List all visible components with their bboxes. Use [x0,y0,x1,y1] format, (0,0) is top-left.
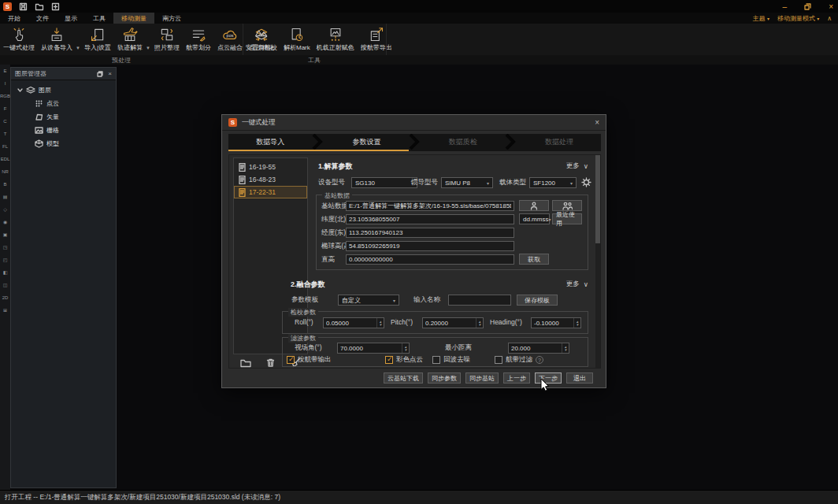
checkbox-strip-filter[interactable]: 航带过滤? [495,355,543,365]
checkbox-icon[interactable] [385,356,393,364]
c-display-icon[interactable]: C [3,118,6,124]
spinner-arrows-icon[interactable]: ▴▾ [562,343,569,353]
checkbox-icon[interactable] [495,356,502,364]
layer-item-pointcloud[interactable]: 点云 [11,97,116,110]
nr-display-icon[interactable]: NR [2,169,9,175]
close-button[interactable]: × [829,2,833,11]
flight-item[interactable]: 16-19-55 [234,161,307,173]
open-folder-icon[interactable] [240,358,251,368]
dropdown-arrow-icon[interactable]: ▼ [76,24,81,55]
open-folder-icon[interactable] [35,2,44,11]
cube-left-view-icon[interactable]: ◰ [3,257,8,263]
dialog-titlebar[interactable]: S 一键式处理 × [222,115,606,131]
e-display-icon[interactable]: E [3,68,6,74]
pointcloud-fusion-button[interactable]: pos 点云融合 [214,24,246,55]
i-display-icon[interactable]: I [5,80,6,87]
parse-mark-button[interactable]: 解析Mark [280,24,313,55]
imu-model-select[interactable]: SIMU P8▾ [441,177,493,188]
checkbox-output-by-strip[interactable]: 按航带输出 [287,355,332,365]
device-import-button[interactable]: 从设备导入 [38,24,76,55]
pitch-spinner[interactable]: ▴▾ [422,317,484,328]
device-model-select[interactable]: SG130▾ [351,177,417,188]
cube-top-view-icon[interactable]: ◳ [3,244,8,250]
exit-button[interactable]: 退出 [566,372,593,384]
gear-icon[interactable] [581,177,591,187]
dialog-close-button[interactable]: × [595,118,599,127]
checkbox-icon[interactable] [287,356,295,364]
ellipsoid-height-input[interactable] [346,241,514,251]
tab-data-process[interactable]: 数据处理 [517,134,601,151]
airborne-ortho-color-button[interactable]: 机载正射赋色 [313,24,358,55]
menu-tools[interactable]: 工具 [85,13,113,24]
layer-tree-root[interactable]: 图层 [11,83,116,97]
menu-mobile-survey[interactable]: 移动测量 [113,13,154,24]
previous-step-button[interactable]: 上一步 [503,372,530,384]
close-panel-icon[interactable]: × [108,70,112,77]
photo-organize-button[interactable]: 照片整理 [151,24,183,55]
b-display-icon[interactable]: B [3,181,6,187]
layer-item-model[interactable]: 模型 [11,137,116,150]
edl-display-icon[interactable]: EDL [1,156,10,162]
cloud-base-download-button[interactable]: 云基站下载 [384,372,423,384]
t-display-icon[interactable]: T [4,131,7,137]
checkbox-echo-denoise[interactable]: 回波去噪 [432,355,470,365]
cube-view-icon[interactable]: ▣ [3,232,8,238]
trajectory-solve-button[interactable]: 轨迹解算 [114,24,146,55]
prism-view-icon[interactable]: ◇ [3,206,7,213]
recent-used-button[interactable]: 最近使用 [552,213,582,224]
checkbox-icon[interactable] [432,356,440,364]
roll-spinner[interactable]: ▴▾ [323,317,384,328]
cube-front-view-icon[interactable]: ◧ [3,269,8,276]
mount-angle-calibration-button[interactable]: 安置角检校 [243,24,280,55]
grid-view-icon[interactable]: ▤ [3,194,8,200]
param-template-select[interactable]: 自定义▾ [338,295,399,306]
tab-data-qc[interactable]: 数据质检 [421,134,505,151]
add-view-icon[interactable]: ⊞ [3,307,7,313]
cube-iso-view-icon[interactable]: ◫ [3,282,8,288]
export-by-strip-button[interactable]: 按航带导出 [358,24,395,55]
rgb-display-icon[interactable]: RGB [0,93,10,99]
layer-item-raster[interactable]: 栅格 [11,124,116,137]
dialog-scrollbar[interactable] [595,155,600,368]
fov-spinner[interactable]: ▴▾ [337,343,410,354]
latitude-input[interactable] [346,214,514,224]
sync-base-button[interactable]: 同步基站 [465,372,499,384]
flight-item-selected[interactable]: 17-22-31 [234,186,307,198]
new-project-icon[interactable] [51,2,60,11]
section1-more-button[interactable]: 更多∨ [566,161,588,171]
template-name-input[interactable] [448,295,511,306]
strip-divide-button[interactable]: 航带划分 [183,24,214,55]
menu-south-cloud[interactable]: 南方云 [154,13,189,24]
delete-icon[interactable] [265,358,276,368]
menu-display[interactable]: 显示 [57,13,85,24]
save-template-button[interactable]: 保存模板 [517,295,558,306]
help-icon[interactable]: ? [536,356,543,364]
single-base-button[interactable] [519,200,549,211]
tab-data-import[interactable]: 数据导入 [228,134,312,151]
scrollbar-thumb[interactable] [595,155,600,243]
base-data-input[interactable] [346,201,514,211]
mode-dropdown[interactable]: 移动测量模式 ▾ [777,14,819,23]
spinner-arrows-icon[interactable]: ▴▾ [376,318,384,328]
carrier-type-select[interactable]: SF1200▾ [529,177,577,188]
import-settings-button[interactable]: 导入|设置 [81,24,114,55]
minimize-button[interactable]: – [783,2,788,11]
min-distance-spinner[interactable]: ▴▾ [508,343,569,354]
multi-base-button[interactable] [552,200,582,211]
menu-start[interactable]: 开始 [0,13,28,24]
longitude-input[interactable] [346,228,514,238]
section2-more-button[interactable]: 更多∨ [566,280,588,289]
dropdown-arrow-icon[interactable]: ▼ [146,24,151,55]
menu-file[interactable]: 文件 [28,13,57,24]
float-panel-icon[interactable] [97,71,103,77]
fl-display-icon[interactable]: FL [2,143,8,150]
pan-hand-icon[interactable]: ◉ [3,219,7,225]
get-height-button[interactable]: 获取 [519,254,549,265]
sync-params-button[interactable]: 同步参数 [428,372,461,384]
view-2d-icon[interactable]: 2D [2,295,9,301]
theme-dropdown[interactable]: 主题 ▾ [753,14,769,23]
spinner-arrows-icon[interactable]: ▴▾ [573,318,580,328]
collapse-ribbon-icon[interactable]: ∧ [827,15,832,22]
checkbox-color-pointcloud[interactable]: 彩色点云 [385,355,423,365]
layer-item-vector[interactable]: 矢量 [11,110,116,124]
